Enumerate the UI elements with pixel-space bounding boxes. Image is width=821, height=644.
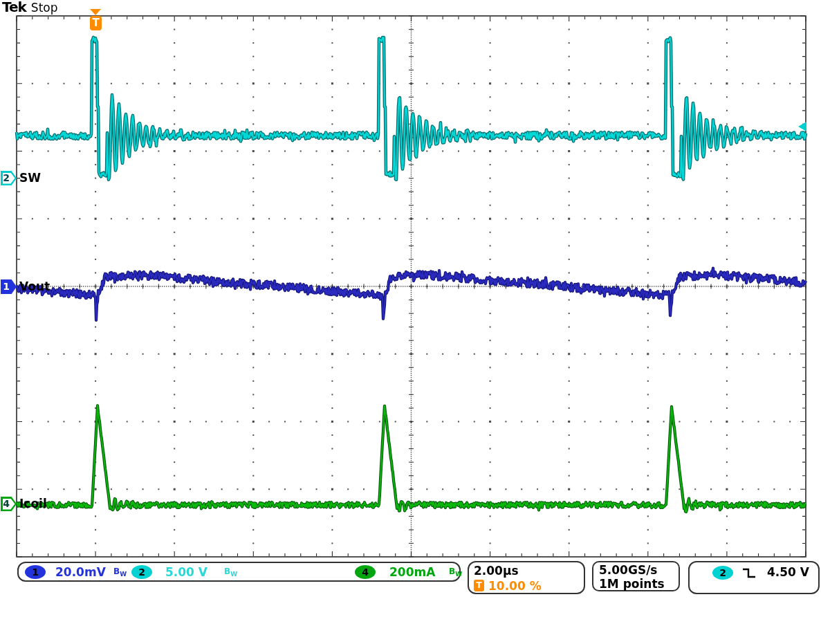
ch4-label: Icoil — [19, 496, 47, 511]
tek-logo: Tek — [2, 0, 26, 15]
sample-rate: 5.00GS/s — [599, 563, 657, 577]
ch2-label: SW — [19, 170, 41, 185]
trigger-position-arrow-icon — [90, 9, 101, 15]
ch4-badge: 4 — [355, 565, 376, 579]
trigger-position-percent: 10.00 % — [488, 579, 542, 593]
ch1-label: Vout — [19, 279, 50, 294]
ch1-badge: 1 — [25, 565, 46, 579]
ch2-reference-marker: 2 — [1, 171, 17, 185]
channel-scales-box: 1 20.0mV BW 2 5.00 V BW 4 200mA BW — [17, 562, 461, 582]
timebase-scale: 2.00µs — [474, 564, 519, 578]
trigger-box: 2 4.50 V — [688, 561, 820, 594]
falling-edge-icon — [741, 567, 757, 579]
oscilloscope-screen: TekStop T 2 SW 1 Vout 4 Icoil 1 20.0mV B… — [0, 0, 821, 644]
ch4-bw-limit-icon: BW — [449, 567, 462, 578]
record-length: 1M points — [599, 577, 665, 591]
trigger-level-arrow-icon — [798, 122, 806, 131]
trigger-position-flag-icon: T — [90, 16, 102, 30]
ch4-reference-marker: 4 — [1, 497, 17, 511]
waveform-display — [0, 0, 821, 644]
ch2-badge: 2 — [131, 565, 152, 579]
ch4-scale: 200mA — [389, 565, 435, 579]
ch1-bw-limit-icon: BW — [113, 567, 127, 578]
ch1-scale: 20.0mV — [55, 565, 106, 579]
header: TekStop — [2, 0, 58, 15]
timebase-box: 2.00µs T 10.00 % — [468, 561, 585, 594]
acquisition-status: Stop — [31, 1, 58, 15]
trigger-source-badge: 2 — [712, 566, 733, 580]
ch2-bw-limit-icon: BW — [224, 567, 237, 578]
trigger-level: 4.50 V — [767, 565, 809, 579]
trigger-position-t-icon: T — [474, 580, 484, 591]
ch1-reference-marker: 1 — [1, 279, 17, 294]
ch2-scale: 5.00 V — [165, 565, 207, 579]
acquisition-box: 5.00GS/s 1M points — [592, 561, 680, 591]
